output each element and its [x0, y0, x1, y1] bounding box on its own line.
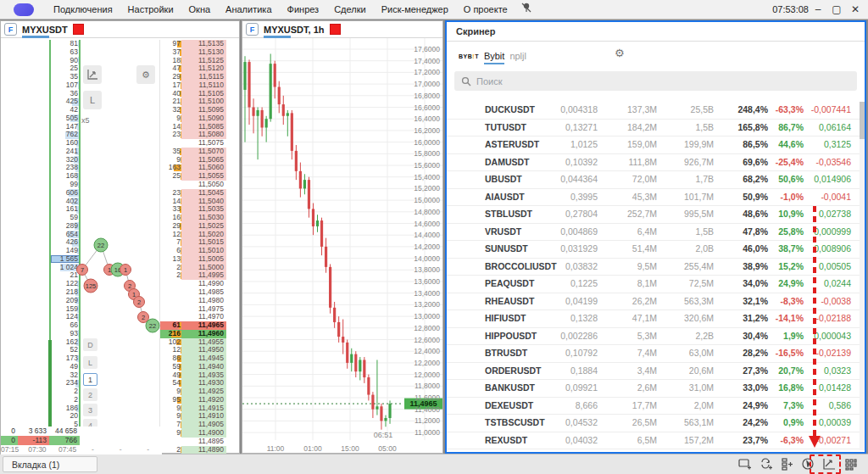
screener-row[interactable]: DUCKUSDT0,004318137,3M25,5B248,4%-63,3%-…: [447, 102, 860, 120]
menu-item-о проекте[interactable]: О проекте: [456, 4, 515, 14]
screener-row[interactable]: HIPPOUSDT0,0022865,3M2,2B30,4%1,9%0,0000…: [447, 328, 860, 346]
bid-size-value: 161: [66, 204, 80, 213]
exchange-tab[interactable]: BYB!T Bybit npljl: [459, 47, 526, 64]
screener-row[interactable]: REXUSDT0,040326,5M157,2M23,7%-6,3%-0,002…: [447, 432, 860, 450]
screener-row[interactable]: TSTBSCUSDT0,0453226,5M563,1M24,2%0,9%0,0…: [447, 415, 860, 432]
screener-row[interactable]: BROCCOLIUSDT0,038329,5M255,4M38,9%15,2%0…: [447, 259, 860, 276]
cell-v2: 1,5B: [695, 122, 714, 132]
screener-row[interactable]: STBLUSDT0,27804252,7M995,5M48,6%10,9%0,0…: [447, 206, 860, 224]
cell-p2: -6,3%: [781, 435, 804, 445]
trade-count-value: 97: [173, 39, 181, 47]
dom-side-button-2[interactable]: 2: [83, 388, 97, 401]
cluster-zone: [1, 57, 51, 65]
screener-scrollbar[interactable]: [860, 102, 865, 450]
screener-panel: Скринер BYB!T Bybit npljl ⚙ Поиск DUCKUS…: [445, 20, 866, 454]
dom-panel-header: F MYXUSDT: [1, 21, 239, 38]
cell-price: 8,666: [576, 400, 598, 410]
screener-row[interactable]: UBUSDT0,04436472,0M1,7B68,2%50,6%0,01490…: [447, 171, 860, 189]
menu-item-финрез[interactable]: Финрез: [280, 4, 327, 14]
candlestick-chart[interactable]: 11,496517,600017,400017,200017,000016,80…: [242, 38, 442, 453]
screener-row[interactable]: VRUSDT0,0048696,4M1,5B47,8%25,8%0,000999: [447, 224, 860, 242]
cluster-grid-icon[interactable]: [843, 457, 858, 471]
dom-settings-gear-icon[interactable]: ⚙: [136, 65, 155, 84]
screener-row[interactable]: DEXEUSDT8,66617,7M2,0M24,9%7,3%0,586: [447, 398, 860, 415]
trade-count-value: [181, 180, 181, 188]
link-window-icon[interactable]: [759, 457, 773, 471]
screener-row[interactable]: RHEAUSDT0,0419926,2M563,3M32,1%-8,3%-0,0…: [447, 293, 860, 311]
menu-item-сделки[interactable]: Сделки: [326, 4, 374, 14]
screener-settings-gear-icon[interactable]: ⚙: [615, 47, 625, 59]
screener-row[interactable]: BANKUSDT0,099212,6M31,0M33,0%16,8%0,0142…: [447, 380, 860, 398]
dom-symbol-title[interactable]: MYXUSDT: [22, 25, 68, 35]
menu-item-подключения[interactable]: Подключения: [46, 4, 120, 14]
trade-count-value: 32: [173, 105, 181, 114]
cell-v1: 252,7M: [627, 209, 657, 219]
chart-scale-button[interactable]: [83, 65, 102, 84]
screener-row[interactable]: SUNUSDT0,03192951,4M2,0B46,0%38,7%0,0089…: [447, 241, 860, 259]
cell-p1: 24,9%: [743, 400, 768, 410]
menu-item-окна[interactable]: Окна: [181, 4, 219, 14]
cell-chg: 0,00039: [819, 417, 851, 427]
screener-row[interactable]: ORDERUSDT0,18843,4M20,6M27,3%20,7%0,0323: [447, 363, 860, 381]
exchange-name[interactable]: Bybit: [484, 51, 504, 61]
candle-body: [333, 308, 336, 322]
cluster-mid-zone: [80, 57, 160, 65]
close-button[interactable]: ✕: [846, 3, 865, 15]
cluster-mid-zone: [80, 280, 160, 288]
cell-chg: 0,02738: [819, 209, 851, 219]
cell-v1: 26,5M: [632, 417, 657, 427]
cell-v2: 926,7M: [684, 157, 714, 167]
price-axis-label: 11,8000: [415, 382, 440, 390]
chart-symbol-title[interactable]: MYXUSDT, 1h: [264, 25, 325, 35]
dom-side-button-3[interactable]: 3: [83, 404, 97, 416]
cell-p1: 23,7%: [743, 435, 768, 445]
cluster-zone: [1, 396, 51, 404]
screener-row[interactable]: AIAUSDT0,399545,3M101,7M50,9%-1,0%-0,004…: [447, 189, 860, 207]
minimize-button[interactable]: –: [809, 3, 827, 15]
limit-order-button[interactable]: L: [83, 91, 102, 109]
cluster-mid-zone: [80, 123, 160, 131]
dom-side-button-l[interactable]: L: [83, 356, 97, 369]
cluster-mid-zone: [80, 297, 160, 305]
cluster-mid-zone: [80, 164, 160, 172]
screener-target-icon[interactable]: [801, 457, 815, 471]
screener-row[interactable]: ASTERUSDT1,0125159,0M199,9M86,5%44,6%0,3…: [447, 137, 860, 154]
cell-p1: 48,6%: [743, 209, 768, 219]
cell-p1: 33,0%: [743, 382, 768, 393]
candle-body: [261, 110, 264, 128]
menu-item-аналитика[interactable]: Аналитика: [218, 4, 279, 14]
search-input[interactable]: Поиск: [454, 71, 857, 91]
trade-count-value: 37: [173, 47, 181, 56]
instrument-type-badge[interactable]: F: [4, 23, 17, 36]
screener-row[interactable]: DAMUSDT0,10392111,8M926,7M69,6%-25,4%-0,…: [447, 154, 860, 172]
cell-p2: 0,9%: [783, 417, 804, 427]
cell-v1: 26,2M: [632, 296, 657, 306]
price-axis-label: 11,6000: [415, 393, 440, 402]
screener-row[interactable]: HIFIUSDT0,132847,1M320,6M31,2%-14,1%-0,0…: [447, 310, 860, 328]
cluster-zone: [1, 164, 51, 172]
screener-row[interactable]: TUTUSDT0,13271184,2M1,5B165,8%86,7%0,061…: [447, 120, 860, 137]
dom-side-button-1[interactable]: 1: [83, 373, 97, 386]
dom-side-button-d[interactable]: D: [83, 338, 97, 351]
add-chart-icon[interactable]: [822, 457, 837, 471]
price-axis-label: 11,2000: [415, 416, 440, 425]
price-axis-label: 16,2000: [414, 126, 440, 135]
screener-row[interactable]: PEAQUSDT0,12258,1M72,5M34,0%24,9%0,0244: [447, 276, 860, 293]
price-cell[interactable]: 11,4890: [181, 446, 226, 454]
cell-v1: 184,2M: [627, 122, 657, 132]
menu-item-риск-менеджер[interactable]: Риск-менеджер: [374, 4, 456, 14]
instrument-type-badge[interactable]: F: [246, 23, 259, 36]
cell-sym: BTRUSDT: [485, 348, 527, 358]
trade-count-cell: 2: [160, 446, 181, 454]
menu-item-настройки[interactable]: Настройки: [120, 4, 181, 14]
scrollbar-thumb[interactable]: [860, 102, 865, 139]
bid-size-value: 425: [66, 97, 80, 105]
screener-row[interactable]: BTRUSDT0,107927,4M63,0M28,2%-16,5%-0,021…: [447, 345, 860, 363]
workspace-tab[interactable]: Вкладка (1): [3, 456, 97, 472]
cell-p2: 7,3%: [783, 400, 804, 410]
maximize-button[interactable]: ▢: [827, 3, 846, 15]
add-dom-icon[interactable]: [780, 457, 794, 471]
unpin-icon[interactable]: [520, 2, 532, 17]
add-window-icon[interactable]: [737, 457, 752, 471]
cell-sym: HIFIUSDT: [485, 313, 526, 323]
